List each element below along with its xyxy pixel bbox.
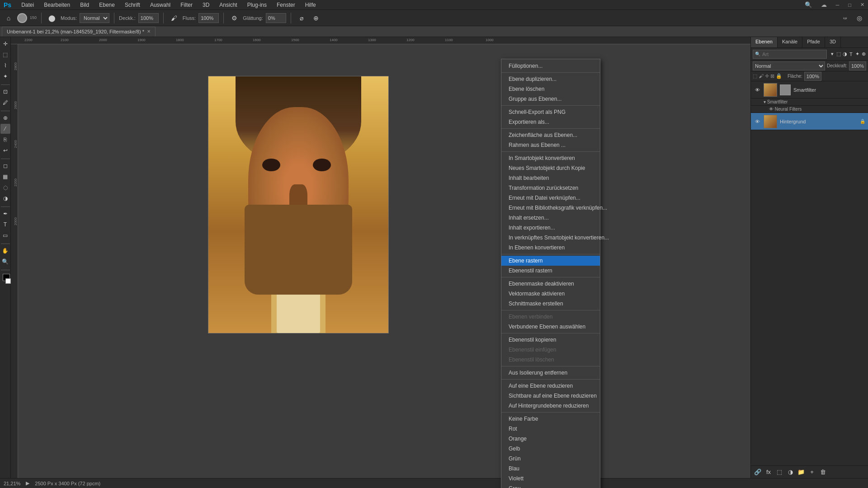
window-restore[interactable]: □: [848, 2, 851, 8]
menu-item-auswahl[interactable]: Auswahl: [148, 1, 172, 9]
ctx-in-ebenen[interactable]: In Ebenen konvertieren: [501, 243, 600, 253]
new-adjustment-btn[interactable]: ◑: [785, 467, 795, 477]
ctx-sichtbare-reduzieren[interactable]: Sichtbare auf eine Ebene reduzieren: [501, 391, 600, 401]
menu-item-datei[interactable]: Datei: [19, 1, 36, 9]
ctx-gruppe-aus-ebenen[interactable]: Gruppe aus Ebenen...: [501, 94, 600, 104]
home-btn[interactable]: ⌂: [3, 12, 14, 24]
airbrush-btn[interactable]: 🖌: [168, 12, 180, 24]
ctx-transformation[interactable]: Transformation zurücksetzen: [501, 183, 600, 193]
tab-close-btn[interactable]: ✕: [147, 29, 151, 34]
menu-item-ansicht[interactable]: Ansicht: [217, 1, 239, 9]
filter-pixel-btn[interactable]: ⬚: [836, 49, 841, 59]
eyedropper-tool[interactable]: 🖉: [0, 98, 10, 108]
lock-all-icon[interactable]: 🔒: [776, 73, 782, 79]
ctx-gruen[interactable]: Grün: [501, 454, 600, 464]
ctx-bibliothek-verknuepfen[interactable]: Erneut mit Bibliotheksgrafik verknüpfen.…: [501, 203, 600, 213]
angle-btn[interactable]: ⌀: [296, 12, 307, 24]
ctx-orange[interactable]: Orange: [501, 434, 600, 444]
blur-tool[interactable]: ◌: [0, 183, 10, 192]
filter-smart-btn[interactable]: ⊕: [861, 49, 866, 59]
ctx-ebene-rastern[interactable]: Ebene rastern: [501, 256, 600, 266]
menu-item-hilfe[interactable]: Hilfe: [303, 1, 318, 9]
text-tool[interactable]: T: [0, 220, 10, 230]
fluss-input[interactable]: [198, 13, 219, 23]
ctx-fuelloptionen[interactable]: Fülloptionen...: [501, 61, 600, 71]
lock-pixels-icon[interactable]: 🖌: [759, 73, 764, 79]
window-close[interactable]: ✕: [860, 2, 864, 8]
background-color[interactable]: [5, 278, 11, 284]
ctx-ebenenstil-rastern[interactable]: Ebenenstil rastern: [501, 266, 600, 276]
menu-item-plugins[interactable]: Plug-ins: [245, 1, 269, 9]
history-brush-tool[interactable]: ↩: [0, 145, 10, 155]
tab-ebenen[interactable]: Ebenen: [751, 37, 778, 47]
ctx-violett[interactable]: Violett: [501, 474, 600, 483]
clone-stamp-tool[interactable]: ⎘: [0, 135, 10, 145]
link-layers-btn[interactable]: 🔗: [753, 467, 763, 477]
ctx-rahmen[interactable]: Rahmen aus Ebenen ...: [501, 140, 600, 150]
ctx-inhalt-bearbeiten[interactable]: Inhalt bearbeiten: [501, 173, 600, 183]
ctx-inhalt-ersetzen[interactable]: Inhalt ersetzen...: [501, 213, 600, 223]
ctx-ebenenstil-einfuegen[interactable]: Ebenenstil einfügen: [501, 345, 600, 355]
ctx-ebene-duplizieren[interactable]: Ebene duplizieren...: [501, 74, 600, 84]
shape-tool[interactable]: ▭: [0, 230, 10, 240]
ctx-ebenenmaske-deaktivieren[interactable]: Ebenenmaske deaktivieren: [501, 279, 600, 289]
smart-filter-arrow[interactable]: ▾: [764, 99, 767, 104]
layer-lock-all[interactable]: ⬚ 🖌 ✛ ⊠ 🔒: [753, 73, 782, 79]
quick-select-tool[interactable]: ✦: [0, 71, 10, 81]
canvas-scroll[interactable]: [18, 44, 750, 478]
ctx-schnittmaske-erstellen[interactable]: Schnittmaske erstellen: [501, 299, 600, 309]
ctx-neues-smartobjekt[interactable]: Neues Smartobjekt durch Kopie: [501, 163, 600, 173]
opacity-input[interactable]: [849, 61, 866, 70]
blend-mode-select[interactable]: Normal: [753, 61, 825, 70]
menu-item-fenster[interactable]: Fenster: [275, 1, 297, 9]
ctx-rot[interactable]: Rot: [501, 424, 600, 434]
hand-tool[interactable]: ✋: [0, 246, 10, 256]
tab-kanaele[interactable]: Kanäle: [778, 37, 802, 47]
ctx-schnell-export[interactable]: Schnell-Export als PNG: [501, 107, 600, 117]
pen-tool[interactable]: ✒: [0, 209, 10, 219]
glaettung-input[interactable]: [266, 13, 286, 23]
extra1-btn[interactable]: ⎃: [839, 12, 851, 24]
filter-text-btn[interactable]: T: [848, 49, 854, 59]
fill-input[interactable]: [804, 72, 821, 81]
mode-select[interactable]: Normal: [80, 13, 109, 23]
eraser-tool[interactable]: ◻: [0, 161, 10, 171]
window-minimize[interactable]: ─: [836, 2, 840, 8]
panel-search-box[interactable]: 🔍: [753, 50, 827, 59]
ctx-aus-isolierung[interactable]: Aus Isolierung entfernen: [501, 368, 600, 378]
lock-transparent-icon[interactable]: ⬚: [753, 73, 757, 79]
menu-item-bild[interactable]: Bild: [78, 1, 91, 9]
search-btn[interactable]: 🔍: [805, 1, 812, 8]
new-group-btn[interactable]: 📁: [796, 467, 806, 477]
layer-search-input[interactable]: [762, 52, 825, 57]
layer-visibility-eye[interactable]: 👁: [754, 86, 761, 94]
ctx-blau[interactable]: Blau: [501, 464, 600, 474]
zoom-tool[interactable]: 🔍: [0, 257, 10, 267]
dodge-tool[interactable]: ◑: [0, 193, 10, 203]
background-layer-eye[interactable]: 👁: [754, 118, 761, 125]
menu-item-schrift[interactable]: Schrift: [123, 1, 142, 9]
ctx-ebenenstil-kopieren[interactable]: Ebenenstil kopieren: [501, 335, 600, 345]
ctx-exportieren-als[interactable]: Exportieren als...: [501, 117, 600, 127]
crop-tool[interactable]: ⊡: [0, 87, 10, 97]
healing-brush-tool[interactable]: ⊕: [0, 113, 10, 123]
extra2-btn[interactable]: ◎: [854, 12, 865, 24]
brush-tool-btn[interactable]: [17, 13, 27, 23]
ctx-vektormaske-aktivieren[interactable]: Vektormaske aktivieren: [501, 289, 600, 299]
ctx-datei-verknuepfen[interactable]: Erneut mit Datei verknüpfen...: [501, 193, 600, 203]
ctx-in-smartobjekt[interactable]: In Smartobjekt konvertieren: [501, 153, 600, 163]
background-layer-item[interactable]: 👁 Hintergrund 🔒: [751, 113, 868, 130]
filter-adjust-btn[interactable]: ◑: [842, 49, 848, 59]
ctx-hintergrund-reduzieren[interactable]: Auf Hintergrundebene reduzieren: [501, 401, 600, 411]
ctx-ebenenstil-loeschen[interactable]: Ebenenstil löschen: [501, 355, 600, 365]
document-tab[interactable]: Unbenannt-1 bei 21,2% (man-1845259_1920,…: [2, 27, 156, 37]
filter-kind-btn[interactable]: ▾: [830, 49, 835, 59]
select-tool[interactable]: ⬚: [0, 50, 10, 60]
ctx-ebene-loeschen[interactable]: Ebene löschen: [501, 84, 600, 94]
layer-style-btn[interactable]: fx: [764, 467, 774, 477]
layer-item[interactable]: 👁 Smartfilter: [751, 81, 868, 99]
neural-filter-eye[interactable]: 👁: [769, 107, 775, 112]
move-tool[interactable]: ✛: [0, 39, 10, 49]
smoothing-btn[interactable]: ⚙: [228, 12, 240, 24]
tab-3d[interactable]: 3D: [825, 37, 841, 47]
